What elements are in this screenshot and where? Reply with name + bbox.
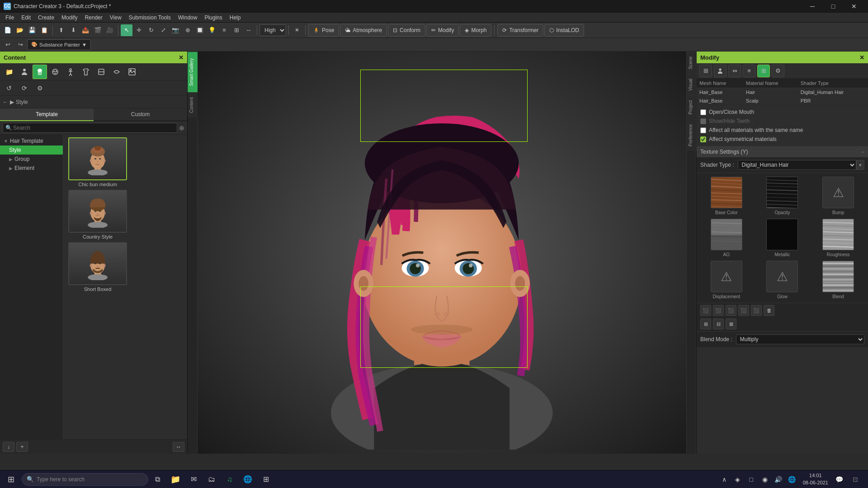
item-thumb-chic-bun[interactable] xyxy=(68,137,127,180)
texture-settings-header[interactable]: Texture Settings (Y) ─ xyxy=(697,146,868,157)
affect-symmetrical-checkbox[interactable] xyxy=(700,136,706,142)
scene-tab[interactable]: Scene xyxy=(687,52,697,74)
close-button[interactable]: ✕ xyxy=(844,0,864,13)
substance-painter-button[interactable]: 🎨 Substance Painter ▼ xyxy=(27,39,91,50)
taskbar-clock[interactable]: 14:01 08-06-2021 xyxy=(799,470,832,488)
tex-fit-button[interactable]: ⊞ xyxy=(700,319,711,329)
menu-submission-tools[interactable]: Submission Tools xyxy=(125,14,175,22)
menu-edit[interactable]: Edit xyxy=(18,14,34,22)
tex-metallic[interactable]: Metallic xyxy=(756,219,809,257)
accessory-icon-btn[interactable] xyxy=(94,65,108,79)
tex-blend[interactable]: Blend xyxy=(812,261,864,299)
import-button[interactable]: ⬇ xyxy=(67,24,79,36)
open-button[interactable]: 📂 xyxy=(14,24,26,36)
item-thumb-short-boxed[interactable] xyxy=(68,242,127,285)
tex-ao[interactable]: AO xyxy=(700,219,753,257)
tex-delete-button[interactable]: 🗑 xyxy=(764,305,774,316)
affect-same-name-checkbox[interactable] xyxy=(700,127,706,133)
transformer-button[interactable]: ⟳ Transformer xyxy=(497,24,543,37)
floor-tool[interactable]: ⊞ xyxy=(231,24,242,36)
move-tool[interactable]: ✛ xyxy=(133,24,145,36)
project-tab[interactable]: Project xyxy=(687,95,697,119)
taskbar-chevron-icon[interactable]: ∧ xyxy=(718,470,731,488)
modify-tab-sliders[interactable]: ⊞ xyxy=(699,65,712,77)
taskbar-display-icon[interactable]: □ xyxy=(745,470,758,488)
tex-base-color[interactable]: Base Color xyxy=(700,177,753,215)
tex-crop-button[interactable]: ⊟ xyxy=(713,319,724,329)
tex-thumb-opacity[interactable] xyxy=(766,177,798,208)
tree-style[interactable]: Style xyxy=(0,145,63,155)
taskbar-spotify[interactable]: ♫ xyxy=(221,470,239,488)
taskbar-dropbox-icon[interactable]: ◈ xyxy=(731,470,744,488)
shader-select-arrow-icon[interactable]: ▼ xyxy=(856,160,864,170)
rotate-tool[interactable]: ↻ xyxy=(145,24,157,36)
tex-export-button[interactable]: ⬛ xyxy=(713,305,724,316)
select-tool[interactable]: ↖ xyxy=(121,24,132,36)
taskbar-files[interactable]: 🗂 xyxy=(203,470,221,488)
tex-bump[interactable]: Bump xyxy=(812,177,864,215)
menu-file[interactable]: File xyxy=(2,14,18,22)
table-row[interactable]: Hair_Base Hair Digital_Human Hair xyxy=(697,88,868,97)
menu-create[interactable]: Create xyxy=(34,14,58,22)
rotate-icon-btn[interactable]: ↺ xyxy=(2,81,16,95)
taskbar-cc-icon[interactable]: ◉ xyxy=(759,470,771,488)
modify-tab-arrows[interactable]: ⇔ xyxy=(728,65,741,77)
undo-right[interactable]: ↪ xyxy=(14,39,26,51)
tex-expand-button[interactable]: ⊠ xyxy=(726,319,736,329)
delete-item-button[interactable]: ↔ xyxy=(173,442,184,452)
snap-tool[interactable]: 🔲 xyxy=(194,24,206,36)
taskbar-search[interactable]: 🔍 Type here to search xyxy=(22,473,148,486)
modify-tab-layers[interactable]: ≡ xyxy=(743,65,755,77)
tex-opacity[interactable]: Opacity xyxy=(756,177,809,215)
tex-thumb-glow[interactable] xyxy=(766,261,798,292)
tree-hair-template[interactable]: ▼ Hair Template xyxy=(0,136,63,145)
tex-thumb-blend[interactable] xyxy=(822,261,854,292)
tex-glow[interactable]: Glow xyxy=(756,261,809,299)
camera-tool[interactable]: 📷 xyxy=(170,24,181,36)
save-button[interactable]: 💾 xyxy=(26,24,38,36)
menu-window[interactable]: Window xyxy=(175,14,201,22)
template-tab[interactable]: Template xyxy=(0,108,94,121)
tex-roughness[interactable]: Roughness xyxy=(812,219,864,257)
menu-help[interactable]: Help xyxy=(226,14,245,22)
tex-displacement[interactable]: Displacement xyxy=(700,261,753,299)
minimize-button[interactable]: ─ xyxy=(802,0,823,13)
visual-tab[interactable]: Visual xyxy=(687,74,697,95)
light-tool[interactable]: 💡 xyxy=(206,24,218,36)
export2-button[interactable]: 📤 xyxy=(80,24,91,36)
tex-thumb-base-color[interactable] xyxy=(711,177,742,208)
content-close-icon[interactable]: ✕ xyxy=(179,54,184,61)
tex-share-button[interactable]: ⬛ xyxy=(726,305,736,316)
taskbar-chat-button[interactable]: ⊡ xyxy=(846,470,864,488)
show-hide-teeth-checkbox[interactable] xyxy=(700,118,706,124)
table-row[interactable]: Hair_Base Scalp PBR xyxy=(697,97,868,105)
tex-thumb-ao[interactable] xyxy=(711,219,742,250)
search-options-icon[interactable]: ⊕ xyxy=(179,124,184,131)
item-chic-bun[interactable]: Chic bun medium xyxy=(66,137,129,187)
morph-button[interactable]: ◈ Morph xyxy=(460,24,491,37)
custom-tab[interactable]: Custom xyxy=(94,108,187,121)
item-country-style[interactable]: Country Style xyxy=(66,190,129,239)
start-button[interactable]: ⊞ xyxy=(0,470,22,488)
tex-thumb-displacement[interactable] xyxy=(711,261,742,292)
sync-icon-btn[interactable]: ⟳ xyxy=(17,81,32,95)
mirror-tool[interactable]: ↔ xyxy=(243,24,255,36)
open-close-mouth-checkbox[interactable] xyxy=(700,109,706,115)
menu-view[interactable]: View xyxy=(106,14,125,22)
morph-icon-btn[interactable] xyxy=(109,65,124,79)
export-button[interactable]: ⬆ xyxy=(55,24,67,36)
modify-close-icon[interactable]: ✕ xyxy=(859,54,864,61)
tex-import-button[interactable]: ⬛ xyxy=(700,305,711,316)
preference-tab[interactable]: Preference xyxy=(687,119,697,151)
notification-icon[interactable]: 💬 xyxy=(833,470,845,488)
clothing-icon-btn[interactable] xyxy=(79,65,93,79)
undo-left[interactable]: ↩ xyxy=(2,39,14,51)
instalod-button[interactable]: ⬡ InstaLOD xyxy=(544,24,584,37)
hair-icon-btn[interactable] xyxy=(33,65,47,79)
modify-tab-grid[interactable]: ⊞ xyxy=(757,65,770,77)
task-view-button[interactable]: ⧉ xyxy=(148,470,166,488)
atmosphere-button[interactable]: 🌥 Atmosphere xyxy=(340,24,387,37)
taskbar-app[interactable]: ⊞ xyxy=(257,470,275,488)
taskbar-explorer[interactable]: 📁 xyxy=(166,470,184,488)
item-thumb-country[interactable] xyxy=(68,190,127,233)
